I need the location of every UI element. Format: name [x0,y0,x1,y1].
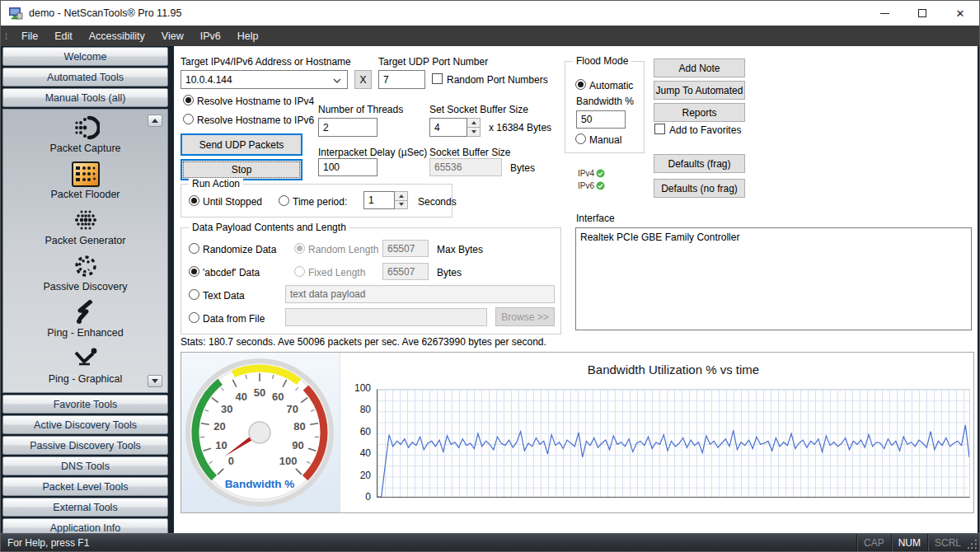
add-to-favorites-label: Add to Favorites [669,124,741,136]
automatic-radio[interactable] [575,79,586,90]
ipv4-label: IPv4 [578,169,594,178]
sidebar-section-favorite-tools[interactable]: Favorite Tools [2,395,168,414]
text-data-label: Text Data [203,290,245,302]
text-data-radio[interactable] [189,289,199,300]
y-tick-label: 0 [346,491,371,503]
sidebar-section-welcome[interactable]: Welcome [2,47,168,66]
minimize-button[interactable] [865,1,903,26]
bandwidth-chart [377,389,970,498]
tool-passive-discovery[interactable]: Passive Discovery [3,252,167,298]
scroll-down-button[interactable] [148,375,162,387]
tool-label: Ping - Enhanced [47,327,123,339]
spin-up-button[interactable] [395,192,407,200]
svg-text:80: 80 [293,420,305,433]
menu-help[interactable]: Help [229,26,267,46]
resolve-ipv6-radio[interactable] [183,114,194,124]
ipv6-status: IPv6 [578,181,605,190]
spin-up-button[interactable] [467,119,480,127]
socket-multiplier-spinner[interactable]: 4 [429,118,481,137]
packet-flooder-panel: Target IPv4/IPv6 Address or Hostname 10.… [174,46,978,533]
menu-file[interactable]: File [13,26,46,46]
threads-input[interactable]: 2 [318,118,377,137]
text-data-input[interactable]: text data payload [285,285,555,303]
tool-label: Packet Capture [49,143,120,154]
reports-button[interactable]: Reports [654,103,745,122]
abcdef-data-radio[interactable] [189,266,199,277]
data-from-file-radio[interactable] [189,312,199,323]
interface-item[interactable]: Realtek PCIe GBE Family Controller [580,232,967,243]
udp-port-input[interactable]: 7 [378,70,425,89]
bandwidth-percent-input[interactable]: 50 [576,110,626,129]
maximize-button[interactable] [903,1,941,26]
gauge-panel: 0102030405060708090100Bandwidth % [181,353,340,512]
sidebar-section-packet-level-tools[interactable]: Packet Level Tools [2,477,168,496]
clear-target-button[interactable]: X [354,70,372,89]
tool-ping-graphical[interactable]: Ping - Graphical [3,344,167,391]
jump-to-automated-button[interactable]: Jump To Automated [654,81,745,100]
defaults-nofrag-button[interactable]: Defaults (no frag) [654,179,745,198]
num-lock-indicator: NUM [891,534,927,551]
sidebar-section-active-discovery[interactable]: Active Discovery Tools [2,415,168,434]
until-stopped-radio[interactable] [189,195,199,206]
flood-mode-title: Flood Mode [573,55,631,67]
sidebar-section-dns-tools[interactable]: DNS Tools [2,456,168,475]
fixed-bytes-suffix: Bytes [437,267,462,278]
close-button[interactable]: ✕ [941,1,979,26]
randomize-data-radio[interactable] [189,243,199,254]
socket-multiplier-suffix: x 16384 Bytes [489,122,551,133]
send-udp-packets-button[interactable]: Send UDP Packets [181,133,302,156]
resolve-ipv4-radio[interactable] [183,95,194,105]
add-note-button[interactable]: Add Note [654,58,745,77]
stats-text: Stats: 180.7 seconds. Ave 50096 packets … [181,336,546,348]
interface-label: Interface [576,213,615,224]
check-circle-icon [596,169,605,178]
scroll-lock-indicator: SCRL [927,534,968,551]
interface-listbox[interactable]: Realtek PCIe GBE Family Controller [575,227,972,330]
resize-grip-icon[interactable] [968,534,979,551]
target-address-combobox[interactable]: 10.0.4.144 [181,70,348,89]
tool-packet-capture[interactable]: Packet Capture [3,114,167,160]
interpacket-delay-label: Interpacket Delay (µSec) [318,147,427,158]
sidebar-section-automated-tools[interactable]: Automated Tools [2,68,168,87]
add-to-favorites-checkbox[interactable] [654,124,665,134]
menu-ipv6[interactable]: IPv6 [192,26,229,46]
packet-capture-icon [72,114,100,142]
menu-edit[interactable]: Edit [46,26,81,46]
random-ports-checkbox[interactable] [432,73,443,84]
browse-button: Browse >> [495,307,555,326]
sidebar-section-passive-discovery[interactable]: Passive Discovery Tools [2,436,168,455]
arrow-up-icon [471,121,476,124]
time-period-spinner[interactable]: 1 [363,191,408,209]
time-period-value[interactable]: 1 [363,191,395,209]
tool-ping-enhanced[interactable]: Ping - Enhanced [3,298,167,344]
tool-packet-generator[interactable]: Packet Generator [3,206,167,252]
tool-packet-flooder[interactable]: Packet Flooder [3,160,167,206]
spin-down-button[interactable] [467,127,480,136]
sidebar-section-manual-tools[interactable]: Manual Tools (all) [2,88,168,107]
manual-radio[interactable] [575,133,586,144]
defaults-frag-button[interactable]: Defaults (frag) [654,154,745,173]
y-tick-label: 80 [346,404,371,415]
sidebar-section-external-tools[interactable]: External Tools [2,498,168,517]
svg-text:10: 10 [215,439,227,451]
scroll-up-button[interactable] [148,115,162,127]
fixed-length-radio [294,266,305,277]
check-circle-icon [596,181,605,190]
arrow-down-icon [471,130,476,133]
menu-accessibility[interactable]: Accessibility [81,26,153,46]
spin-down-button[interactable] [395,200,407,209]
svg-text:60: 60 [272,391,284,403]
sidebar: Welcome Automated Tools Manual Tools (al… [1,46,169,533]
interpacket-delay-input[interactable]: 100 [318,158,377,176]
status-bar: For Help, press F1 CAP NUM SCRL [1,533,979,551]
menu-view[interactable]: View [153,26,192,46]
tool-label: Ping - Graphical [49,373,123,385]
svg-text:20: 20 [213,420,225,433]
randomize-data-label: Randomize Data [203,244,276,255]
manual-label: Manual [589,134,621,146]
chart-y-axis: 020406080100 [346,353,371,512]
ipv6-label: IPv6 [578,181,594,190]
socket-multiplier-value[interactable]: 4 [429,118,467,137]
time-period-radio[interactable] [279,195,289,206]
toolbar-grip-icon: ⁞ [5,31,7,41]
